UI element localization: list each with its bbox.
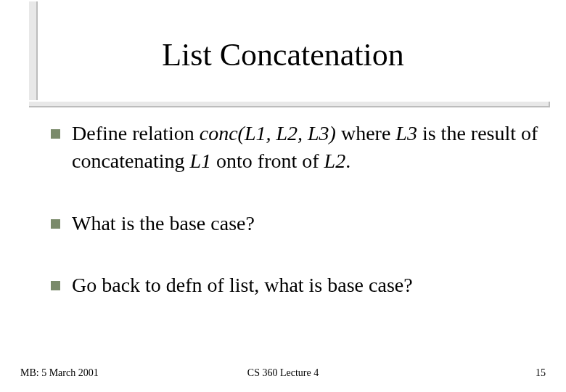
bullet-icon (51, 129, 60, 139)
text-run: . (345, 150, 350, 172)
bullet-text: Define relation conc(L1, L2, L3) where L… (72, 120, 544, 175)
slide-title: List Concatenation (0, 36, 566, 73)
text-run: Define relation (72, 122, 200, 144)
text-run-italic: L1 (189, 150, 211, 172)
text-run: where (336, 122, 395, 144)
list-item: What is the base case? (51, 210, 544, 237)
bullet-text: What is the base case? (72, 210, 544, 237)
text-run-italic: L3 (395, 122, 417, 144)
text-run-italic: conc(L1, L2, L3) (200, 122, 336, 144)
slide-number: 15 (536, 367, 546, 379)
text-run: onto front of (211, 150, 324, 172)
slide-content: Define relation conc(L1, L2, L3) where L… (51, 120, 544, 334)
text-run-italic: L2 (324, 150, 346, 172)
slide-footer: MB: 5 March 2001 CS 360 Lecture 4 15 (20, 367, 546, 379)
decor-frame-horizontal (28, 100, 550, 107)
list-item: Define relation conc(L1, L2, L3) where L… (51, 120, 544, 175)
bullet-text: Go back to defn of list, what is base ca… (72, 271, 544, 299)
bullet-icon (51, 281, 60, 290)
footer-center: CS 360 Lecture 4 (247, 367, 319, 379)
bullet-icon (51, 219, 60, 229)
list-item: Go back to defn of list, what is base ca… (51, 271, 544, 299)
footer-left: MB: 5 March 2001 (20, 367, 99, 379)
